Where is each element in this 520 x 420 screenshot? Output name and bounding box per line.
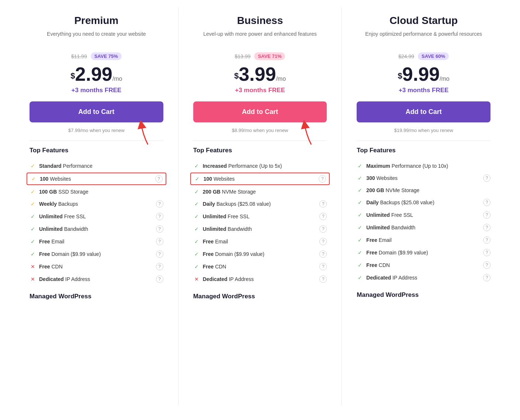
feature-text-cloud-startup-9: Dedicated IP Address	[366, 275, 417, 281]
renew-price-business: $8.99/mo when you renew	[193, 128, 327, 133]
feature-item-cloud-startup-0: ✓Maximum Performance (Up to 10x)	[357, 160, 490, 172]
feature-item-cloud-startup-9: ✓Dedicated IP Address?	[357, 271, 490, 284]
feature-text-cloud-startup-3: Daily Backups ($25.08 value)	[366, 199, 434, 205]
help-icon-cloud-startup-7[interactable]: ?	[483, 249, 490, 256]
feature-item-cloud-startup-3: ✓Daily Backups ($25.08 value)?	[357, 196, 490, 209]
check-green-icon-cloud-startup-0: ✓	[357, 163, 363, 169]
help-icon-premium-4[interactable]: ?	[156, 213, 163, 220]
feature-left-cloud-startup-2: ✓200 GB NVMe Storage	[357, 187, 419, 194]
help-icon-business-5[interactable]: ?	[319, 225, 327, 233]
help-icon-cloud-startup-6[interactable]: ?	[483, 236, 490, 244]
check-green-icon-cloud-startup-6: ✓	[357, 237, 363, 243]
feature-left-premium-3: ✓Weekly Backups	[30, 201, 78, 207]
feature-item-premium-5: ✓Unlimited Bandwidth?	[30, 223, 163, 235]
cross-icon-business-9: ✕	[193, 276, 200, 282]
feature-left-premium-7: ✓Free Domain ($9.99 value)	[30, 251, 101, 257]
feature-left-business-1: ✓100 Websites	[194, 176, 235, 182]
feature-item-cloud-startup-2: ✓200 GB NVMe Storage	[357, 184, 490, 196]
add-to-cart-button-cloud-startup[interactable]: Add to Cart	[357, 101, 490, 122]
feature-left-business-7: ✓Free Domain ($9.99 value)	[193, 251, 264, 257]
check-green-icon-cloud-startup-8: ✓	[357, 262, 363, 268]
help-icon-business-8[interactable]: ?	[319, 263, 327, 270]
check-green-icon-business-4: ✓	[193, 213, 200, 220]
feature-text-business-8: Free CDN	[203, 264, 226, 270]
help-icon-cloud-startup-5[interactable]: ?	[483, 224, 490, 231]
feature-item-business-2: ✓200 GB NVMe Storage	[193, 186, 327, 198]
feature-left-cloud-startup-5: ✓Unlimited Bandwidth	[357, 224, 415, 231]
feature-item-premium-9: ✕Dedicated IP Address?	[30, 273, 163, 285]
check-green-icon-cloud-startup-7: ✓	[357, 249, 363, 256]
pricing-row-business: $13.99SAVE 71%	[193, 52, 327, 60]
help-icon-premium-3[interactable]: ?	[156, 200, 163, 208]
help-icon-premium-7[interactable]: ?	[156, 250, 163, 258]
help-icon-premium-1[interactable]: ?	[155, 175, 163, 183]
feature-text-premium-4: Unlimited Free SSL	[39, 214, 86, 219]
help-icon-premium-5[interactable]: ?	[156, 225, 163, 233]
feature-text-premium-6: Free Email	[39, 239, 64, 244]
feature-left-business-0: ✓Increased Performance (Up to 5x)	[193, 163, 282, 169]
current-price-premium: $2.99/mo	[30, 65, 163, 84]
feature-text-cloud-startup-6: Free Email	[366, 237, 391, 243]
help-icon-cloud-startup-3[interactable]: ?	[483, 199, 490, 206]
help-icon-premium-8[interactable]: ?	[156, 263, 163, 270]
cross-icon-premium-8: ✕	[30, 263, 36, 270]
managed-wp-title-cloud-startup: Managed WordPress	[357, 291, 490, 299]
save-badge-business: SAVE 71%	[254, 52, 285, 60]
feature-item-business-9: ✕Dedicated IP Address?	[193, 273, 327, 285]
per-mo-business: /mo	[276, 76, 286, 82]
plan-name-business: Business	[193, 15, 327, 27]
plan-name-cloud-startup: Cloud Startup	[357, 15, 490, 27]
help-icon-cloud-startup-9[interactable]: ?	[483, 274, 490, 281]
button-wrapper-premium: Add to Cart	[30, 101, 163, 128]
feature-left-business-4: ✓Unlimited Free SSL	[193, 213, 250, 220]
features-title-premium: Top Features	[30, 147, 163, 154]
dollar-sign-premium: $	[70, 71, 75, 80]
feature-item-cloud-startup-6: ✓Free Email?	[357, 234, 490, 246]
check-yellow-icon-premium-0: ✓	[30, 163, 36, 169]
features-title-business: Top Features	[193, 147, 327, 154]
feature-text-premium-7: Free Domain ($9.99 value)	[39, 251, 101, 257]
feature-left-cloud-startup-8: ✓Free CDN	[357, 262, 390, 268]
help-icon-premium-6[interactable]: ?	[156, 238, 163, 245]
feature-text-business-9: Dedicated IP Address	[203, 276, 254, 282]
check-green-icon-premium-4: ✓	[30, 213, 36, 220]
feature-item-premium-4: ✓Unlimited Free SSL?	[30, 210, 163, 223]
free-months-business: +3 months FREE	[193, 87, 327, 94]
feature-text-business-3: Daily Backups ($25.08 value)	[203, 201, 271, 207]
help-icon-business-7[interactable]: ?	[319, 250, 327, 258]
per-mo-premium: /mo	[112, 76, 122, 82]
help-icon-cloud-startup-1[interactable]: ?	[483, 174, 490, 182]
add-to-cart-button-premium[interactable]: Add to Cart	[30, 101, 163, 122]
add-to-cart-button-business[interactable]: Add to Cart	[193, 101, 327, 122]
feature-left-business-9: ✕Dedicated IP Address	[193, 276, 254, 282]
feature-left-premium-6: ✓Free Email	[30, 238, 64, 245]
feature-item-premium-0: ✓Standard Performance	[30, 160, 163, 172]
divider-business	[193, 140, 327, 141]
help-icon-business-4[interactable]: ?	[319, 213, 327, 220]
feature-text-premium-5: Unlimited Bandwidth	[39, 226, 88, 232]
feature-left-premium-8: ✕Free CDN	[30, 263, 63, 270]
feature-left-business-8: ✓Free CDN	[193, 263, 226, 270]
plan-desc-business: Level-up with more power and enhanced fe…	[193, 30, 327, 45]
feature-left-business-5: ✓Unlimited Bandwidth	[193, 226, 252, 232]
check-green-icon-cloud-startup-3: ✓	[357, 199, 363, 206]
arrow-annotation-business	[297, 121, 316, 148]
feature-text-business-2: 200 GB NVMe Storage	[203, 189, 256, 195]
help-icon-cloud-startup-4[interactable]: ?	[483, 211, 490, 219]
help-icon-business-6[interactable]: ?	[319, 238, 327, 245]
feature-text-business-7: Free Domain ($9.99 value)	[203, 251, 264, 257]
feature-left-cloud-startup-1: ✓300 Websites	[357, 175, 398, 181]
help-icon-business-3[interactable]: ?	[319, 200, 327, 208]
help-icon-premium-9[interactable]: ?	[156, 275, 163, 283]
help-icon-business-1[interactable]: ?	[319, 175, 326, 183]
divider-premium	[30, 140, 163, 141]
feature-text-cloud-startup-1: 300 Websites	[366, 175, 398, 181]
feature-text-business-1: 100 Websites	[204, 176, 235, 182]
help-icon-cloud-startup-8[interactable]: ?	[483, 261, 490, 269]
plan-card-premium: PremiumEverything you need to create you…	[15, 7, 178, 405]
check-green-icon-business-7: ✓	[193, 251, 200, 257]
feature-left-premium-1: ✓100 Websites	[30, 176, 71, 182]
plan-desc-cloud-startup: Enjoy optimized performance & powerful r…	[357, 30, 490, 45]
current-price-business: $3.99/mo	[193, 65, 327, 84]
help-icon-business-9[interactable]: ?	[319, 275, 327, 283]
